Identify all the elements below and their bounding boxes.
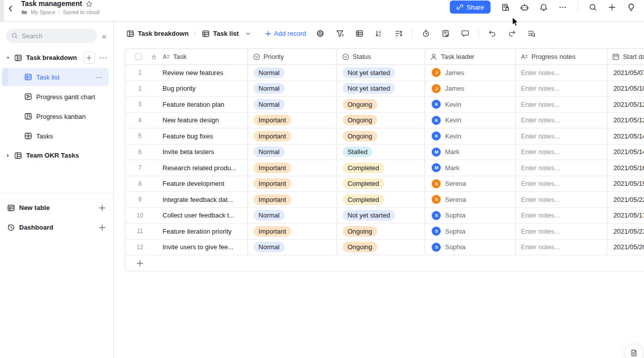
start-date-cell[interactable]: 2021/05/10 xyxy=(607,81,644,97)
notes-cell[interactable]: Enter notes... xyxy=(515,145,607,160)
notes-cell[interactable]: Enter notes... xyxy=(515,192,607,207)
caret-right-icon[interactable] xyxy=(5,153,11,159)
task-cell[interactable]: 12 Invite users to give fee... xyxy=(125,240,248,255)
view-more-button[interactable]: ⋯ xyxy=(96,74,109,81)
space-label[interactable]: My Space xyxy=(31,9,55,15)
undo-icon[interactable] xyxy=(488,29,497,38)
priority-cell[interactable]: Normal xyxy=(248,240,337,255)
leader-cell[interactable]: J James xyxy=(425,81,515,97)
leader-cell[interactable]: K Kevin xyxy=(425,113,515,128)
column-header-status[interactable]: Status xyxy=(337,49,425,64)
sidebar-view-progress-gantt-chart[interactable]: Progress gantt chart xyxy=(2,88,109,106)
status-cell[interactable]: Ongoing xyxy=(337,113,425,128)
priority-cell[interactable]: Important xyxy=(248,224,337,239)
start-date-cell[interactable]: 2021/05/14 xyxy=(607,128,644,144)
notes-cell[interactable]: Enter notes... xyxy=(515,224,607,239)
sidebar-base-task-breakdown[interactable]: Task breakdown ⋯ xyxy=(0,49,109,66)
notifications-icon[interactable] xyxy=(539,3,548,12)
task-cell[interactable]: 4 New feature design xyxy=(125,113,248,128)
view-switcher[interactable]: Task list xyxy=(202,30,251,38)
share-button[interactable]: Share xyxy=(450,1,491,14)
more-icon[interactable] xyxy=(558,3,567,12)
sidebar-new-table[interactable]: New table xyxy=(0,198,113,218)
priority-cell[interactable]: Important xyxy=(248,176,337,192)
start-date-cell[interactable]: 2021/05/17 xyxy=(607,208,644,224)
task-cell[interactable]: 8 Feature development xyxy=(125,176,248,192)
add-view-button[interactable] xyxy=(83,52,95,64)
status-cell[interactable]: Ongoing xyxy=(337,224,425,239)
plus-icon[interactable] xyxy=(98,204,106,212)
column-header-task[interactable]: Task xyxy=(125,49,248,64)
collapse-sidebar-icon[interactable]: « xyxy=(97,32,109,40)
search-icon[interactable] xyxy=(589,3,597,12)
sidebar-view-task-list[interactable]: Task list ⋯ xyxy=(2,68,109,86)
start-date-cell[interactable]: 2021/05/16 xyxy=(607,160,644,176)
task-cell[interactable]: 3 Feature iteration plan xyxy=(125,97,248,112)
task-cell[interactable]: 6 Invite beta testers xyxy=(125,145,248,160)
start-date-cell[interactable]: 2021/05/14 xyxy=(607,145,644,160)
settings-icon[interactable] xyxy=(316,29,325,38)
base-more-button[interactable]: ⋯ xyxy=(97,53,109,62)
leader-cell[interactable]: S Sophia xyxy=(425,240,515,255)
start-date-cell[interactable]: 2021/05/22 xyxy=(607,192,644,207)
select-all-checkbox[interactable] xyxy=(135,53,142,60)
priority-cell[interactable]: Normal xyxy=(248,97,337,112)
priority-cell[interactable]: Normal xyxy=(248,81,337,97)
find-record-icon[interactable] xyxy=(527,29,536,38)
new-icon[interactable] xyxy=(608,3,616,12)
priority-cell[interactable]: Important xyxy=(248,192,337,207)
leader-cell[interactable]: S Serena xyxy=(425,192,515,207)
column-header-priority[interactable]: Priority xyxy=(248,49,337,64)
status-cell[interactable]: Completed xyxy=(337,160,425,176)
task-cell[interactable]: 9 Integrate feedback dat... xyxy=(125,192,248,207)
status-cell[interactable]: Ongoing xyxy=(337,240,425,255)
leader-cell[interactable]: M Mark xyxy=(425,145,515,160)
status-cell[interactable]: Stalled xyxy=(337,145,425,160)
task-cell[interactable]: 7 Research related produ... xyxy=(125,160,248,176)
leader-cell[interactable]: K Kevin xyxy=(425,97,515,112)
notes-cell[interactable]: Enter notes... xyxy=(515,176,607,192)
search-input[interactable]: Search xyxy=(6,29,97,43)
filter-icon[interactable] xyxy=(336,29,344,38)
status-cell[interactable]: Ongoing xyxy=(337,97,425,112)
permissions-icon[interactable] xyxy=(501,3,510,12)
status-cell[interactable]: Not yet started xyxy=(337,65,425,81)
leader-cell[interactable]: M Mark xyxy=(425,160,515,176)
comment-icon[interactable] xyxy=(461,29,469,38)
priority-cell[interactable]: Normal xyxy=(248,208,337,224)
notes-cell[interactable]: Enter notes... xyxy=(515,113,607,128)
column-header-task-leader[interactable]: Task leader xyxy=(425,49,515,64)
plus-icon[interactable] xyxy=(98,224,106,232)
task-cell[interactable]: 11 Feature iteration priority xyxy=(125,224,248,239)
add-record-button[interactable]: Add record xyxy=(265,30,306,37)
priority-cell[interactable]: Important xyxy=(248,113,337,128)
row-height-icon[interactable] xyxy=(394,29,403,38)
start-date-cell[interactable]: 2021/05/23 xyxy=(607,224,644,239)
status-cell[interactable]: Completed xyxy=(337,192,425,207)
caret-down-icon[interactable] xyxy=(5,55,11,61)
start-date-cell[interactable]: 2021/05/12 xyxy=(607,113,644,128)
status-cell[interactable]: Ongoing xyxy=(337,128,425,144)
favorite-star-icon[interactable] xyxy=(86,1,93,8)
column-header-start-date[interactable]: Start date xyxy=(607,49,644,64)
start-date-cell[interactable]: 2021/05/20 xyxy=(607,240,644,255)
leader-cell[interactable]: K Kevin xyxy=(425,128,515,144)
redo-icon[interactable] xyxy=(508,29,516,38)
column-header-progress-notes[interactable]: Progress notes xyxy=(515,49,607,64)
notes-cell[interactable]: Enter notes... xyxy=(515,97,607,112)
notes-cell[interactable]: Enter notes... xyxy=(515,65,607,81)
priority-cell[interactable]: Important xyxy=(248,128,337,144)
leader-cell[interactable]: J James xyxy=(425,65,515,81)
start-date-cell[interactable]: 2021/05/12 xyxy=(607,97,644,112)
priority-cell[interactable]: Normal xyxy=(248,145,337,160)
leader-cell[interactable]: S Sophia xyxy=(425,208,515,224)
task-cell[interactable]: 2 Bug priority xyxy=(125,81,248,97)
leader-cell[interactable]: S Serena xyxy=(425,176,515,192)
start-date-cell[interactable]: 2021/05/19 xyxy=(607,176,644,192)
status-cell[interactable]: Not yet started xyxy=(337,208,425,224)
form-icon[interactable] xyxy=(441,29,450,38)
alarm-icon[interactable] xyxy=(422,29,430,38)
sort-icon[interactable]: AZ xyxy=(375,29,383,38)
priority-cell[interactable]: Important xyxy=(248,160,337,176)
status-cell[interactable]: Completed xyxy=(337,176,425,192)
